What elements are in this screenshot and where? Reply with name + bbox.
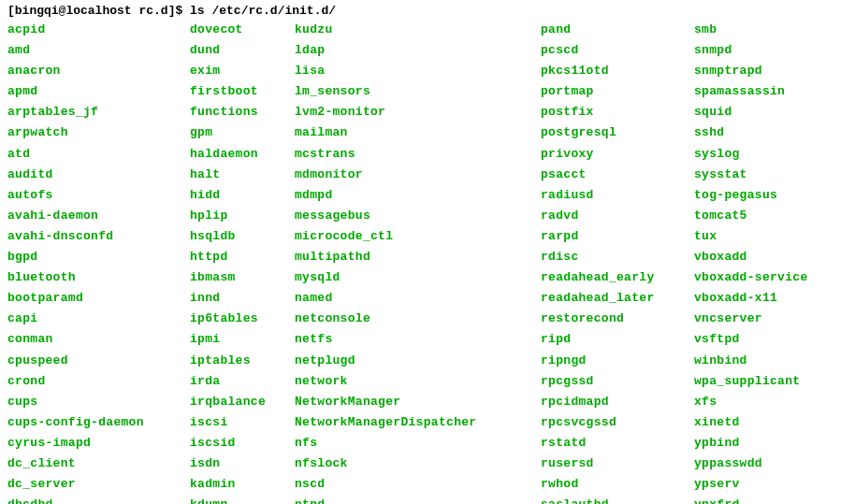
- file-entry: netplugd: [295, 351, 541, 371]
- file-entry: irda: [190, 371, 295, 392]
- file-entry: privoxy: [541, 144, 694, 165]
- file-entry: sysstat: [694, 165, 808, 185]
- file-entry: innd: [190, 288, 295, 309]
- file-entry: iscsi: [190, 412, 295, 433]
- file-entry: dc_client: [7, 454, 190, 474]
- file-entry: dc_server: [7, 474, 190, 495]
- file-entry: autofs: [7, 185, 190, 206]
- file-entry: amd: [7, 40, 190, 61]
- file-entry: cups: [7, 392, 190, 412]
- file-entry: mysqld: [295, 267, 541, 288]
- file-entry: ldap: [295, 40, 541, 61]
- file-entry: postfix: [541, 102, 694, 122]
- file-entry: snmpd: [694, 40, 808, 61]
- file-entry: microcode_ctl: [295, 226, 541, 247]
- ls-column-2: dovecotdundeximfirstbootfunctionsgpmhald…: [190, 20, 295, 504]
- file-entry: acpid: [7, 20, 190, 40]
- ls-column-4: pandpcscdpkcs11otdportmappostfixpostgres…: [541, 20, 694, 504]
- file-entry: vncserver: [694, 309, 808, 329]
- file-entry: irqbalance: [190, 392, 295, 412]
- file-entry: functions: [190, 102, 295, 122]
- file-entry: pand: [541, 20, 694, 40]
- file-entry: psacct: [541, 165, 694, 185]
- file-entry: NetworkManagerDispatcher: [295, 412, 541, 433]
- file-entry: hplip: [190, 206, 295, 226]
- file-entry: lvm2-monitor: [295, 102, 541, 122]
- file-entry: kdump: [190, 495, 295, 504]
- file-entry: kadmin: [190, 474, 295, 495]
- file-entry: lisa: [295, 61, 541, 81]
- file-entry: squid: [694, 102, 808, 122]
- file-entry: NetworkManager: [295, 392, 541, 412]
- file-entry: nfs: [295, 433, 541, 454]
- file-entry: mdmonitor: [295, 165, 541, 185]
- file-entry: ypxfrd: [694, 495, 808, 504]
- file-entry: ip6tables: [190, 309, 295, 329]
- file-entry: rpcidmapd: [541, 392, 694, 412]
- file-entry: exim: [190, 61, 295, 81]
- file-entry: haldaemon: [190, 144, 295, 165]
- file-entry: avahi-dnsconfd: [7, 226, 190, 247]
- ls-column-5: smbsnmpdsnmptrapdspamassassinsquidsshdsy…: [694, 20, 808, 504]
- file-entry: auditd: [7, 165, 190, 185]
- file-entry: rarpd: [541, 226, 694, 247]
- file-entry: vsftpd: [694, 329, 808, 350]
- file-entry: httpd: [190, 247, 295, 267]
- file-entry: winbind: [694, 351, 808, 371]
- file-entry: bluetooth: [7, 267, 190, 288]
- file-entry: smb: [694, 20, 808, 40]
- file-entry: mdmpd: [295, 185, 541, 206]
- file-entry: tux: [694, 226, 808, 247]
- file-entry: saslauthd: [541, 495, 694, 504]
- file-entry: avahi-daemon: [7, 206, 190, 226]
- file-entry: capi: [7, 309, 190, 329]
- file-entry: ypserv: [694, 474, 808, 495]
- file-entry: ypbind: [694, 433, 808, 454]
- file-entry: yppasswdd: [694, 454, 808, 474]
- file-entry: rpcgssd: [541, 371, 694, 392]
- file-entry: radiusd: [541, 185, 694, 206]
- ls-output: acpidamdanacronapmdarptables_jfarpwatcha…: [7, 20, 848, 504]
- file-entry: rdisc: [541, 247, 694, 267]
- file-entry: gpm: [190, 122, 295, 143]
- file-entry: mailman: [295, 122, 541, 143]
- file-entry: ntpd: [295, 495, 541, 504]
- file-entry: network: [295, 371, 541, 392]
- file-entry: portmap: [541, 81, 694, 102]
- file-entry: multipathd: [295, 247, 541, 267]
- file-entry: spamassassin: [694, 81, 808, 102]
- command-text: ls /etc/rc.d/init.d/: [190, 4, 336, 18]
- file-entry: conman: [7, 329, 190, 350]
- file-entry: rusersd: [541, 454, 694, 474]
- file-entry: mcstrans: [295, 144, 541, 165]
- file-entry: halt: [190, 165, 295, 185]
- file-entry: messagebus: [295, 206, 541, 226]
- file-entry: dund: [190, 40, 295, 61]
- ls-column-1: acpidamdanacronapmdarptables_jfarpwatcha…: [7, 20, 190, 504]
- file-entry: iscsid: [190, 433, 295, 454]
- file-entry: cpuspeed: [7, 351, 190, 371]
- file-entry: cups-config-daemon: [7, 412, 190, 433]
- file-entry: readahead_later: [541, 288, 694, 309]
- file-entry: syslog: [694, 144, 808, 165]
- file-entry: netconsole: [295, 309, 541, 329]
- file-entry: dovecot: [190, 20, 295, 40]
- file-entry: firstboot: [190, 81, 295, 102]
- file-entry: crond: [7, 371, 190, 392]
- file-entry: atd: [7, 144, 190, 165]
- prompt-prefix: [bingqi@localhost rc.d]$: [7, 4, 190, 18]
- file-entry: named: [295, 288, 541, 309]
- file-entry: cyrus-imapd: [7, 433, 190, 454]
- shell-prompt-line: [bingqi@localhost rc.d]$ ls /etc/rc.d/in…: [7, 4, 848, 18]
- file-entry: rpcsvcgssd: [541, 412, 694, 433]
- file-entry: pkcs11otd: [541, 61, 694, 81]
- file-entry: iptables: [190, 351, 295, 371]
- file-entry: bgpd: [7, 247, 190, 267]
- file-entry: rstatd: [541, 433, 694, 454]
- file-entry: nscd: [295, 474, 541, 495]
- file-entry: arptables_jf: [7, 102, 190, 122]
- file-entry: ripngd: [541, 351, 694, 371]
- file-entry: snmptrapd: [694, 61, 808, 81]
- file-entry: vboxadd: [694, 247, 808, 267]
- file-entry: nfslock: [295, 454, 541, 474]
